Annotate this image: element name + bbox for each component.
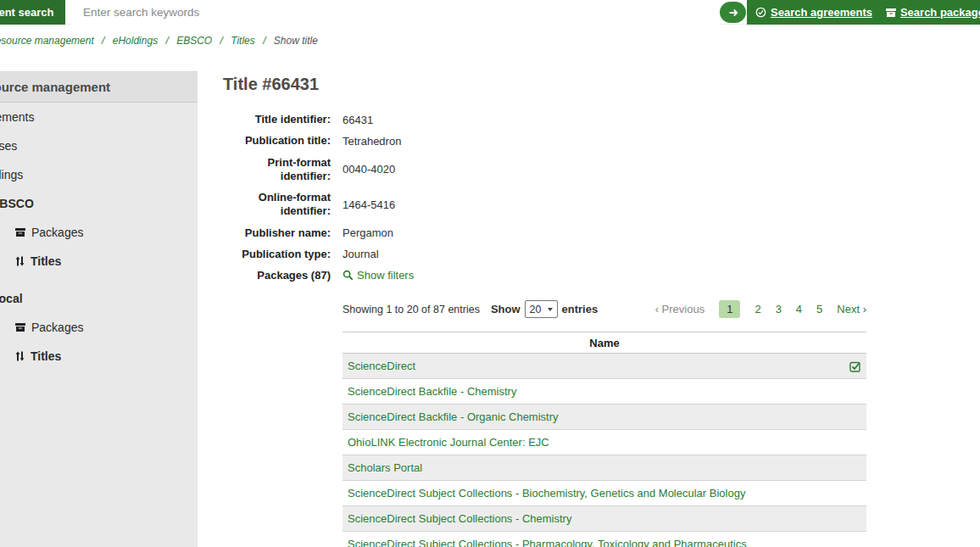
arrow-right-icon — [728, 8, 738, 18]
sidebar-item-label: Packages — [31, 226, 83, 239]
breadcrumb-separator: / — [165, 35, 168, 47]
package-link[interactable]: Scholars Portal — [348, 461, 422, 474]
field-publication-title: Publication title: Tetrahedron — [223, 134, 866, 148]
previous-page-button[interactable]: ‹ Previous — [655, 303, 705, 315]
search-packages-link[interactable]: Search packages — [886, 6, 980, 19]
page-button-4[interactable]: 4 — [796, 303, 802, 315]
breadcrumb-separator: / — [102, 35, 104, 47]
sort-icon — [15, 351, 25, 361]
search-agreements-link[interactable]: Search agreements — [755, 6, 872, 19]
table-row: ScienceDirect Subject Collections - Phar… — [342, 532, 866, 547]
field-label: Title identifier: — [223, 113, 331, 126]
sidebar-title: Resource management — [0, 72, 198, 103]
field-value: 1464-5416 — [342, 198, 395, 211]
sidebar-item-local[interactable]: Local — [0, 284, 198, 313]
page-size-value: 20 — [530, 304, 542, 315]
package-link[interactable]: ScienceDirect Subject Collections - Phar… — [348, 538, 747, 547]
page-size-group: Show 20 entries — [491, 300, 598, 318]
sidebar-item-ebsco-titles[interactable]: Titles — [0, 247, 198, 276]
field-label: Publication title: — [223, 134, 331, 148]
package-link[interactable]: ScienceDirect Subject Collections - Bioc… — [348, 487, 745, 500]
table-row: OhioLINK Electronic Journal Center: EJC — [342, 430, 866, 455]
circle-check-icon — [755, 7, 766, 18]
package-link[interactable]: ScienceDirect — [348, 360, 415, 372]
sidebar-item-ebsco[interactable]: EBSCO — [0, 189, 198, 218]
table-row: ScienceDirect Subject Collections - Chem… — [342, 506, 866, 532]
show-filters-link[interactable]: Show filters — [342, 269, 414, 282]
table-row: ScienceDirect Backfile - Organic Chemist… — [342, 405, 866, 430]
breadcrumb-resource-management[interactable]: Resource management — [0, 35, 94, 47]
sidebar-item-local-packages[interactable]: Packages — [0, 313, 198, 342]
table-row: Scholars Portal — [342, 455, 866, 481]
sidebar-item-label: eHoldings — [0, 168, 23, 181]
pagination-bar: Showing 1 to 20 of 87 entries Show 20 en… — [342, 300, 866, 318]
sidebar-item-label: Packages — [31, 321, 83, 334]
search-input[interactable] — [71, 0, 719, 25]
page-button-5[interactable]: 5 — [816, 303, 822, 315]
sidebar-item-label: EBSCO — [0, 197, 34, 210]
page-size-select[interactable]: 20 — [525, 300, 558, 318]
package-link[interactable]: ScienceDirect Subject Collections - Chem… — [348, 512, 571, 525]
field-value: 66431 — [342, 114, 373, 126]
entries-summary: Showing 1 to 20 of 87 entries — [342, 304, 480, 315]
field-label: Publication type: — [223, 248, 331, 261]
field-packages-count: Packages (87) Show filters — [223, 269, 866, 283]
next-page-button[interactable]: Next › — [837, 303, 866, 315]
breadcrumb-separator: / — [263, 35, 265, 47]
page-button-1[interactable]: 1 — [719, 300, 740, 318]
sidebar-item-licenses[interactable]: Licenses — [0, 131, 198, 160]
field-value: Tetrahedron — [342, 135, 401, 148]
package-link[interactable]: ScienceDirect Backfile - Chemistry — [348, 385, 516, 398]
top-search-bar: Agreement search Search agreements Searc… — [0, 0, 980, 25]
topbar-quick-links: Search agreements Search packages — [747, 0, 980, 25]
search-scope-button[interactable]: Agreement search — [0, 0, 65, 25]
field-print-identifier: Print-format identifier: 0040-4020 — [223, 156, 866, 184]
field-label: Publisher name: — [223, 226, 331, 240]
breadcrumb-ebsco[interactable]: EBSCO — [176, 35, 212, 47]
field-label: Online-format identifier: — [223, 191, 331, 219]
table-row: ScienceDirect — [342, 354, 866, 379]
sidebar-item-local-titles[interactable]: Titles — [0, 342, 198, 371]
field-value: 0040-4020 — [342, 163, 395, 176]
sidebar-item-ebsco-packages[interactable]: Packages — [0, 218, 198, 247]
field-publisher-name: Publisher name: Pergamon — [223, 226, 866, 240]
search-agreements-label: Search agreements — [771, 6, 872, 19]
breadcrumb-titles[interactable]: Titles — [231, 35, 255, 47]
search-submit-button[interactable] — [720, 2, 746, 23]
sidebar-item-label: Local — [0, 292, 23, 305]
field-title-identifier: Title identifier: 66431 — [223, 113, 866, 126]
page-button-3[interactable]: 3 — [776, 303, 782, 315]
field-publication-type: Publication type: Journal — [223, 248, 866, 261]
show-label: Show — [491, 303, 521, 315]
chevron-down-icon — [548, 308, 553, 311]
sidebar-item-label: Licenses — [0, 139, 17, 153]
field-value: Pergamon — [342, 226, 393, 239]
breadcrumb-eholdings[interactable]: eHoldings — [113, 35, 158, 47]
package-icon — [886, 8, 896, 18]
show-filters-label: Show filters — [357, 269, 414, 282]
field-label: Print-format identifier: — [223, 156, 331, 184]
field-online-identifier: Online-format identifier: 1464-5416 — [223, 191, 866, 219]
sidebar-item-label: Agreements — [0, 110, 34, 124]
breadcrumb-show-title: Show title — [274, 35, 318, 47]
checkbox-checked-icon — [849, 360, 861, 372]
sidebar: Resource management Agreements Licenses … — [0, 71, 198, 547]
field-label: Packages (87) — [223, 269, 331, 282]
page-title: Title #66431 — [223, 75, 319, 94]
table-row: ScienceDirect Subject Collections - Bioc… — [342, 481, 866, 506]
page-button-2[interactable]: 2 — [754, 303, 760, 315]
package-link[interactable]: ScienceDirect Backfile - Organic Chemist… — [348, 410, 559, 423]
package-link[interactable]: OhioLINK Electronic Journal Center: EJC — [348, 436, 549, 449]
breadcrumb: Resource management / eHoldings / EBSCO … — [0, 35, 318, 47]
box-icon — [15, 227, 25, 237]
packages-table-header: Name — [342, 332, 866, 354]
entries-label: entries — [562, 303, 599, 315]
sidebar-item-eholdings[interactable]: eHoldings — [0, 160, 198, 189]
sidebar-item-label: Titles — [31, 254, 61, 268]
sidebar-item-label: Titles — [31, 349, 61, 363]
search-packages-label: Search packages — [900, 6, 980, 19]
sidebar-item-agreements[interactable]: Agreements — [0, 103, 198, 131]
field-value: Journal — [342, 248, 379, 260]
table-row: ScienceDirect Backfile - Chemistry — [342, 379, 866, 405]
sort-icon — [15, 256, 25, 266]
